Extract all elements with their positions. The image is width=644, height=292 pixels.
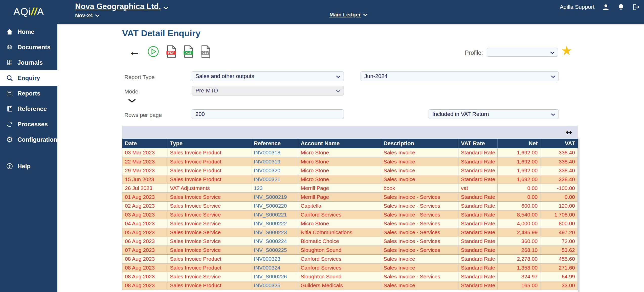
cell-type: Sales Invoice Service <box>167 210 251 219</box>
cell-vat: 1,708.00 <box>540 210 578 219</box>
table-row[interactable]: 08 Aug 2023Sales Invoice ProductINV00032… <box>122 281 578 290</box>
table-row[interactable]: 08 Aug 2023Sales Invoice ProductINV00032… <box>122 254 578 263</box>
cell-vat-rate: Standard Rate <box>458 175 498 184</box>
export-xls-button[interactable]: XLS <box>183 45 194 58</box>
cell-reference[interactable]: INV000325 <box>251 281 298 290</box>
sidebar-item-journals[interactable]: Journals <box>0 55 57 70</box>
table-row[interactable]: 29 Mar 2023Sales Invoice ProductINV00032… <box>122 166 578 175</box>
main-content: VAT Detail Enquiry ← PDF XLS CSV Profile… <box>57 24 644 292</box>
cell-reference[interactable]: INV000324 <box>251 263 298 272</box>
cell-net: 1,692.00 <box>497 175 540 184</box>
cell-type: Sales Invoice Product <box>167 254 251 263</box>
table-row[interactable]: 08 Aug 2023Sales Invoice ServiceINV_S000… <box>122 272 578 281</box>
cell-reference[interactable]: INV000321 <box>251 175 298 184</box>
cell-type: Sales Invoice Service <box>167 201 251 210</box>
cell-vat: 271.60 <box>540 263 578 272</box>
sidebar-item-documents[interactable]: Documents <box>0 39 57 55</box>
export-csv-button[interactable]: CSV <box>200 45 211 58</box>
vat-return-filter-select[interactable]: Included in VAT Return <box>429 109 559 119</box>
notifications-bell-icon[interactable] <box>617 3 625 11</box>
table-row[interactable]: 08 Aug 2023Sales Invoice ProductINV00032… <box>122 263 578 272</box>
sidebar-item-help[interactable]: ? Help <box>0 158 57 174</box>
cell-reference[interactable]: INV_S000219 <box>251 192 298 201</box>
cell-date: 29 Mar 2023 <box>122 166 167 175</box>
table-row[interactable]: 05 Aug 2023Sales Invoice ServiceINV_S000… <box>122 228 578 237</box>
sidebar-item-home[interactable]: Home <box>0 24 57 39</box>
cell-date: 01 Aug 2023 <box>122 192 167 201</box>
cell-vat: 72.00 <box>540 237 578 246</box>
table-row[interactable]: 07 Aug 2023Sales Invoice ServiceINV_S000… <box>122 246 578 254</box>
cell-date: 08 Aug 2023 <box>122 254 167 263</box>
table-row[interactable]: 04 Aug 2023Sales Invoice ServiceINV_S000… <box>122 219 578 228</box>
table-row[interactable]: 06 Aug 2023Sales Invoice ServiceINV_S000… <box>122 237 578 246</box>
logout-icon[interactable] <box>632 3 640 11</box>
period-selector[interactable]: Nov-24 <box>75 12 169 18</box>
cell-reference[interactable]: INV000323 <box>251 254 298 263</box>
cell-net: 2,485.99 <box>497 228 540 237</box>
book-icon <box>6 105 14 112</box>
back-button[interactable]: ← <box>128 46 141 57</box>
company-selector[interactable]: Nova Geographica Ltd. <box>75 2 169 11</box>
period-label[interactable]: Nov-24 <box>75 12 93 18</box>
ledger-label[interactable]: Main Ledger <box>329 12 361 17</box>
cell-net: 1,692.00 <box>497 166 540 175</box>
profile-select[interactable] <box>487 48 558 57</box>
ledger-selector[interactable]: Main Ledger <box>329 12 368 18</box>
expand-filters-chevron[interactable] <box>128 99 136 103</box>
table-row[interactable]: 01 Aug 2023Sales Invoice ServiceINV_S000… <box>122 192 578 201</box>
sidebar-item-reports[interactable]: Reports <box>0 86 57 101</box>
column-resize-icon[interactable]: ↔ <box>566 128 572 137</box>
cell-reference[interactable]: INV_S000224 <box>251 237 298 246</box>
report-type-select[interactable]: Sales and other outputs <box>192 71 344 81</box>
sidebar-item-processes[interactable]: Processes <box>0 116 57 132</box>
cell-date: 05 Aug 2023 <box>122 228 167 237</box>
journals-icon <box>6 59 14 66</box>
company-name[interactable]: Nova Geographica Ltd. <box>75 2 161 11</box>
cell-net: 1,692.00 <box>497 148 540 157</box>
profile-label: Profile: <box>452 50 483 56</box>
logo-slashes: // <box>31 6 37 17</box>
rows-per-page-input[interactable]: 200 <box>192 109 344 119</box>
cell-reference[interactable]: INV_S000223 <box>251 228 298 237</box>
table-row[interactable]: 02 Aug 2023Sales Invoice ServiceINV_S000… <box>122 201 578 210</box>
table-row[interactable]: 03 Aug 2023Sales Invoice ServiceINV_S000… <box>122 210 578 219</box>
cell-vat-rate: Standard Rate <box>458 281 498 290</box>
cell-type: Sales Invoice Product <box>167 281 251 290</box>
cell-reference[interactable]: INV000319 <box>251 157 298 166</box>
cell-reference[interactable]: 123 <box>251 184 298 192</box>
page-title: VAT Detail Enquiry <box>122 28 201 38</box>
table-row[interactable]: 15 Jun 2023Sales Invoice ProductINV00032… <box>122 175 578 184</box>
table-row[interactable]: 26 Jul 2023VAT Adjustments123Merrill Pag… <box>122 184 578 192</box>
cell-reference[interactable]: INV_S000226 <box>251 272 298 281</box>
run-report-button[interactable] <box>147 45 159 58</box>
favourite-star-icon[interactable]: ★ <box>561 44 572 57</box>
cell-reference[interactable]: INV_S000221 <box>251 210 298 219</box>
column-header-net: Net <box>497 139 540 148</box>
chevron-down-icon <box>550 52 554 54</box>
cell-account-name: Micro Stone <box>298 148 381 157</box>
cell-type: Sales Invoice Product <box>167 175 251 184</box>
cell-reference[interactable]: INV000318 <box>251 148 298 157</box>
cell-reference[interactable]: INV_S000220 <box>251 201 298 210</box>
table-row[interactable]: 22 Mar 2023Sales Invoice ProductINV00031… <box>122 157 578 166</box>
cell-reference[interactable]: INV000320 <box>251 166 298 175</box>
sidebar-item-label: Home <box>17 28 34 35</box>
accounting-period-select[interactable]: Jun-2024 <box>361 71 559 81</box>
cell-vat: 33.00 <box>540 281 578 290</box>
sidebar-item-reference[interactable]: Reference <box>0 101 57 116</box>
sidebar-item-enquiry[interactable]: Enquiry <box>0 70 57 86</box>
grid-scrollbar[interactable] <box>578 139 580 292</box>
cell-type: VAT Adjustments <box>167 184 251 192</box>
cell-vat-rate: Standard Rate <box>458 246 498 254</box>
table-row[interactable]: 03 Mar 2023Sales Invoice ProductINV00031… <box>122 148 578 157</box>
sidebar-item-configuration[interactable]: ⚙ Configuration <box>0 132 57 147</box>
user-icon[interactable] <box>602 3 610 11</box>
table-body: 03 Mar 2023Sales Invoice ProductINV00031… <box>122 148 578 290</box>
user-name[interactable]: Aqilla Support <box>560 4 594 10</box>
cell-reference[interactable]: INV_S000222 <box>251 219 298 228</box>
vat-return-filter-value: Included in VAT Return <box>432 111 489 117</box>
export-pdf-button[interactable]: PDF <box>166 45 176 58</box>
cell-account-name: Micro Stone <box>298 157 381 166</box>
gear-icon: ⚙ <box>6 136 14 143</box>
cell-reference[interactable]: INV_S000225 <box>251 246 298 254</box>
